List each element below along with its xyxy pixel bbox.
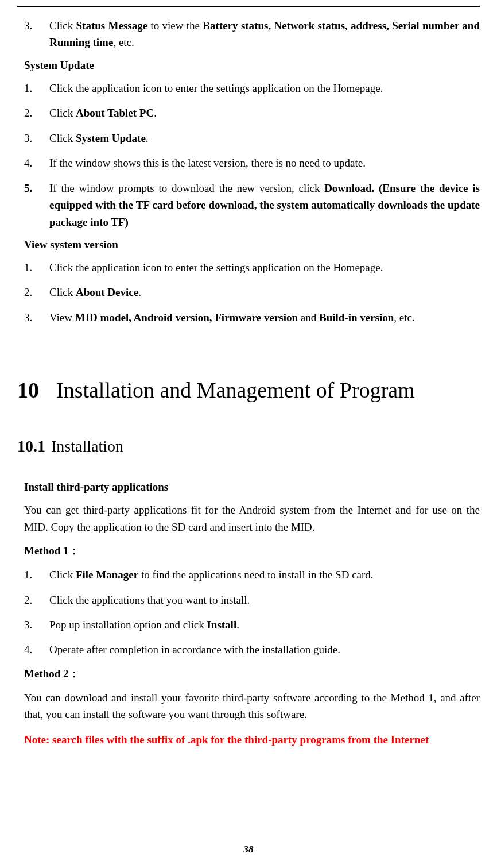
item-number: 4. [24,155,49,171]
chapter-title: 10 Installation and Management of Progra… [17,377,480,403]
page-container: 3. Click Status Message to view the Batt… [0,0,497,868]
item-body: Click About Tablet PC. [49,105,480,121]
item-number: 4. [24,641,49,658]
item-body: Click System Update. [49,130,480,146]
item-number: 2. [24,105,49,121]
method2-label: Method 2： [24,666,480,681]
list-item: 1. Click the application icon to enter t… [24,80,480,97]
section-title: 10.1Installation [17,437,480,456]
item-body: Click Status Message to view the Battery… [49,17,480,51]
note-text: Note: search files with the suffix of .a… [24,731,480,748]
list-item: 3. Click Status Message to view the Batt… [24,17,480,51]
content-block: 3. Click Status Message to view the Batt… [24,17,480,326]
viewsys-list: 1. Click the application icon to enter t… [24,259,480,326]
install-intro: You can get third-party applications fit… [24,501,480,535]
item-body: If the window shows this is the latest v… [49,155,480,171]
item-number: 1. [24,566,49,583]
list-item: 2. Click the applications that you want … [24,592,480,608]
list-item: 3. Click System Update. [24,130,480,146]
list-item: 1. Click File Manager to find the applic… [24,566,480,583]
top-list: 3. Click Status Message to view the Batt… [24,17,480,51]
list-item: 3. Pop up installation option and click … [24,616,480,633]
item-number: 2. [24,592,49,608]
item-number: 3. [24,616,49,633]
item-body: If the window prompts to download the ne… [49,180,480,230]
subheading-install-apps: Install third-party applications [24,481,480,493]
section-text: Installation [51,437,123,455]
chapter-number: 10 [17,377,39,403]
item-number: 3. [24,130,49,146]
method1-label: Method 1： [24,543,480,558]
subheading-view-system-version: View system version [24,238,480,251]
page-number: 38 [0,844,497,855]
install-block: Install third-party applications You can… [24,481,480,748]
item-number: 2. [24,284,49,300]
list-item: 2. Click About Tablet PC. [24,105,480,121]
item-body: Click File Manager to find the applicati… [49,566,480,583]
header-rule [17,6,480,7]
method1-list: 1. Click File Manager to find the applic… [24,566,480,658]
item-body: Click the application icon to enter the … [49,259,480,276]
item-body: View MID model, Android version, Firmwar… [49,309,480,326]
item-number: 1. [24,259,49,276]
sysupdate-list: 1. Click the application icon to enter t… [24,80,480,230]
item-number: 3. [24,17,49,34]
item-body: Click the application icon to enter the … [49,80,480,97]
list-item: 5. If the window prompts to download the… [24,180,480,230]
item-body: Operate after completion in accordance w… [49,641,480,658]
list-item: 4. If the window shows this is the lates… [24,155,480,171]
item-number: 3. [24,309,49,326]
list-item: 3. View MID model, Android version, Firm… [24,309,480,326]
list-item: 2. Click About Device. [24,284,480,300]
subheading-system-update: System Update [24,59,480,72]
section-number: 10.1 [17,437,45,455]
method2-text: You can download and install your favori… [24,689,480,723]
item-number: 5. [24,180,49,196]
list-item: 1. Click the application icon to enter t… [24,259,480,276]
chapter-text: Installation and Management of Program [56,377,480,403]
list-item: 4. Operate after completion in accordanc… [24,641,480,658]
item-number: 1. [24,80,49,97]
item-body: Click About Device. [49,284,480,300]
item-body: Pop up installation option and click Ins… [49,616,480,633]
item-body: Click the applications that you want to … [49,592,480,608]
